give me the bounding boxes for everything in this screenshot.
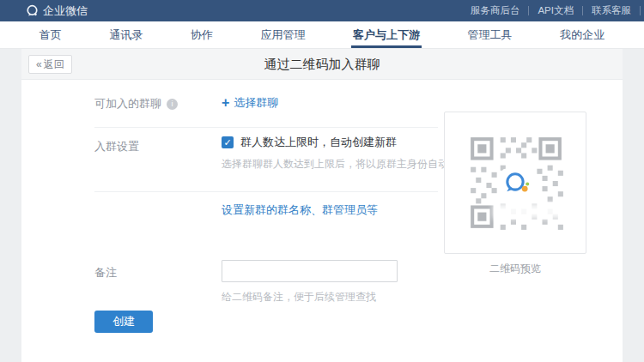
wecom-bubble-icon — [26, 4, 39, 17]
remark-label: 备注 — [94, 265, 117, 281]
wecom-logo-text: 企业微信 — [43, 3, 88, 19]
create-button[interactable]: 创建 — [94, 311, 153, 333]
select-group-link[interactable]: +选择群聊 — [222, 95, 278, 111]
nav-customers-upstream-downstream[interactable]: 客户与上下游 — [351, 21, 422, 48]
nav-contacts[interactable]: 通讯录 — [107, 21, 144, 48]
topbar-divider — [640, 6, 641, 15]
remark-input[interactable] — [222, 260, 398, 282]
info-icon[interactable]: i — [167, 99, 178, 110]
back-label: 返回 — [44, 57, 64, 72]
top-link-api-docs[interactable]: API文档 — [529, 4, 582, 17]
remark-helper: 给二维码备注，便于后续管理查找 — [222, 290, 376, 305]
content-card: 通过二维码加入群聊 « 返回 可加入的群聊 i +选择群聊 入群设置 ✓ 群人数… — [21, 49, 623, 362]
qr-preview-label: 二维码预览 — [444, 262, 586, 276]
nav-management-tools[interactable]: 管理工具 — [466, 21, 514, 48]
qr-code-image — [464, 130, 568, 235]
section-divider — [94, 191, 438, 192]
top-link-service-provider[interactable]: 服务商后台 — [462, 4, 529, 17]
qr-watermark-blur — [493, 203, 563, 219]
joinable-group-label: 可加入的群聊 i — [94, 96, 178, 112]
form-body: 可加入的群聊 i +选择群聊 入群设置 ✓ 群人数达上限时，自动创建新群 选择群… — [21, 80, 623, 362]
checkbox-checked-icon[interactable]: ✓ — [222, 136, 234, 148]
section-divider — [94, 127, 438, 128]
topbar-links: 服务商后台 API文档 联系客服 — [462, 0, 641, 21]
auto-create-group-checkbox-row[interactable]: ✓ 群人数达上限时，自动创建新群 — [222, 135, 397, 150]
checkbox-label: 群人数达上限时，自动创建新群 — [240, 135, 397, 150]
nav-home[interactable]: 首页 — [38, 21, 64, 48]
page-title: 通过二维码加入群聊 — [21, 49, 623, 80]
nav-app-management[interactable]: 应用管理 — [258, 21, 307, 48]
back-chevron-icon: « — [36, 58, 41, 70]
main-nav: 首页 通讯录 协作 应用管理 客户与上下游 管理工具 我的企业 — [0, 21, 644, 49]
top-link-contact-support[interactable]: 联系客服 — [583, 4, 640, 17]
join-settings-label: 入群设置 — [94, 139, 139, 154]
plus-icon: + — [222, 95, 229, 110]
wecom-logo[interactable]: 企业微信 — [26, 3, 88, 19]
nav-collaboration[interactable]: 协作 — [189, 21, 215, 48]
card-header: 通过二维码加入群聊 « 返回 — [21, 49, 623, 80]
topbar: 企业微信 服务商后台 API文档 联系客服 — [0, 0, 644, 21]
wecom-admin-page: 企业微信 服务商后台 API文档 联系客服 首页 通讯录 协作 应用管理 客户与… — [0, 0, 644, 362]
back-button[interactable]: « 返回 — [28, 55, 72, 74]
nav-my-company[interactable]: 我的企业 — [558, 21, 606, 48]
new-group-settings-link[interactable]: 设置新群的群名称、群管理员等 — [222, 202, 378, 218]
qr-preview-card — [444, 112, 586, 254]
